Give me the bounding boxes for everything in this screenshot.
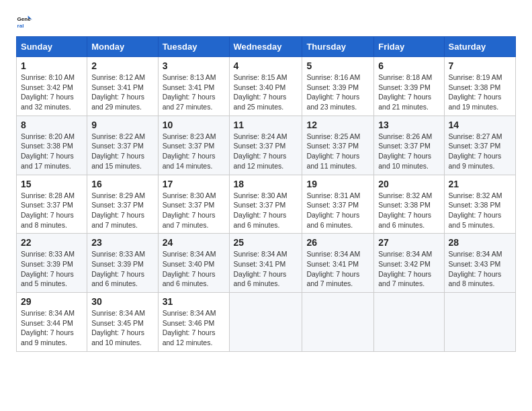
header-row: SundayMondayTuesdayWednesdayThursdayFrid… — [17, 37, 516, 57]
calendar-cell: 24 Sunrise: 8:34 AMSunset: 3:40 PMDaylig… — [158, 234, 229, 293]
day-number: 26 — [306, 237, 369, 248]
day-number: 4 — [234, 60, 298, 71]
calendar-cell: 28 Sunrise: 8:34 AMSunset: 3:43 PMDaylig… — [444, 234, 516, 293]
calendar-cell: 2 Sunrise: 8:12 AMSunset: 3:41 PMDayligh… — [87, 57, 158, 116]
cell-sunrise: Sunrise: 8:27 AMSunset: 3:37 PMDaylight:… — [449, 132, 502, 170]
day-number: 12 — [306, 120, 369, 130]
day-number: 9 — [91, 120, 153, 130]
calendar-cell: 18 Sunrise: 8:30 AMSunset: 3:37 PMDaylig… — [229, 175, 302, 234]
cell-sunrise: Sunrise: 8:34 AMSunset: 3:43 PMDaylight:… — [449, 250, 502, 287]
day-number: 3 — [163, 60, 225, 71]
week-row-2: 8 Sunrise: 8:20 AMSunset: 3:38 PMDayligh… — [17, 116, 516, 175]
calendar-cell: 29 Sunrise: 8:34 AMSunset: 3:44 PMDaylig… — [17, 293, 87, 352]
header-cell-friday: Friday — [374, 37, 444, 57]
cell-sunrise: Sunrise: 8:30 AMSunset: 3:37 PMDaylight:… — [163, 191, 216, 229]
cell-sunrise: Sunrise: 8:34 AMSunset: 3:45 PMDaylight:… — [91, 309, 145, 347]
calendar-cell: 31 Sunrise: 8:34 AMSunset: 3:46 PMDaylig… — [158, 293, 229, 352]
calendar-cell: 1 Sunrise: 8:10 AMSunset: 3:42 PMDayligh… — [17, 57, 87, 116]
calendar-cell: 23 Sunrise: 8:33 AMSunset: 3:39 PMDaylig… — [87, 234, 158, 293]
logo-icon: Gene ral — [16, 13, 32, 30]
calendar-cell: 21 Sunrise: 8:32 AMSunset: 3:38 PMDaylig… — [444, 175, 516, 234]
day-number: 28 — [449, 237, 512, 248]
header-cell-thursday: Thursday — [302, 37, 374, 57]
cell-sunrise: Sunrise: 8:19 AMSunset: 3:38 PMDaylight:… — [449, 73, 502, 111]
calendar-cell: 19 Sunrise: 8:31 AMSunset: 3:37 PMDaylig… — [302, 175, 374, 234]
day-number: 7 — [449, 60, 512, 71]
day-number: 10 — [163, 120, 225, 130]
day-number: 19 — [306, 179, 369, 189]
calendar-cell: 3 Sunrise: 8:13 AMSunset: 3:41 PMDayligh… — [158, 57, 229, 116]
calendar-cell — [374, 293, 444, 352]
week-row-3: 15 Sunrise: 8:28 AMSunset: 3:37 PMDaylig… — [17, 175, 516, 234]
cell-sunrise: Sunrise: 8:18 AMSunset: 3:39 PMDaylight:… — [378, 73, 432, 111]
day-number: 22 — [21, 237, 83, 248]
day-number: 25 — [234, 237, 298, 248]
day-number: 21 — [449, 179, 512, 189]
calendar-cell: 26 Sunrise: 8:34 AMSunset: 3:41 PMDaylig… — [302, 234, 374, 293]
cell-sunrise: Sunrise: 8:24 AMSunset: 3:37 PMDaylight:… — [234, 132, 287, 170]
week-row-5: 29 Sunrise: 8:34 AMSunset: 3:44 PMDaylig… — [17, 293, 516, 352]
calendar-cell: 12 Sunrise: 8:25 AMSunset: 3:37 PMDaylig… — [302, 116, 374, 175]
calendar-cell: 25 Sunrise: 8:34 AMSunset: 3:41 PMDaylig… — [229, 234, 302, 293]
calendar-cell: 27 Sunrise: 8:34 AMSunset: 3:42 PMDaylig… — [374, 234, 444, 293]
calendar-cell: 22 Sunrise: 8:33 AMSunset: 3:39 PMDaylig… — [17, 234, 87, 293]
calendar-cell — [229, 293, 302, 352]
calendar-cell: 11 Sunrise: 8:24 AMSunset: 3:37 PMDaylig… — [229, 116, 302, 175]
cell-sunrise: Sunrise: 8:34 AMSunset: 3:44 PMDaylight:… — [21, 309, 75, 347]
cell-sunrise: Sunrise: 8:33 AMSunset: 3:39 PMDaylight:… — [21, 250, 75, 287]
day-number: 13 — [378, 120, 439, 130]
day-number: 20 — [378, 179, 439, 189]
calendar-body: 1 Sunrise: 8:10 AMSunset: 3:42 PMDayligh… — [17, 57, 516, 352]
day-number: 29 — [21, 296, 83, 307]
week-row-4: 22 Sunrise: 8:33 AMSunset: 3:39 PMDaylig… — [17, 234, 516, 293]
calendar-cell: 14 Sunrise: 8:27 AMSunset: 3:37 PMDaylig… — [444, 116, 516, 175]
day-number: 24 — [163, 237, 225, 248]
day-number: 17 — [163, 179, 225, 189]
cell-sunrise: Sunrise: 8:34 AMSunset: 3:40 PMDaylight:… — [163, 250, 216, 287]
day-number: 8 — [21, 120, 83, 130]
calendar-cell: 7 Sunrise: 8:19 AMSunset: 3:38 PMDayligh… — [444, 57, 516, 116]
calendar-table: SundayMondayTuesdayWednesdayThursdayFrid… — [16, 36, 516, 352]
cell-sunrise: Sunrise: 8:34 AMSunset: 3:42 PMDaylight:… — [378, 250, 432, 287]
week-row-1: 1 Sunrise: 8:10 AMSunset: 3:42 PMDayligh… — [17, 57, 516, 116]
cell-sunrise: Sunrise: 8:26 AMSunset: 3:37 PMDaylight:… — [378, 132, 432, 170]
cell-sunrise: Sunrise: 8:23 AMSunset: 3:37 PMDaylight:… — [163, 132, 216, 170]
day-number: 31 — [163, 296, 225, 307]
cell-sunrise: Sunrise: 8:16 AMSunset: 3:39 PMDaylight:… — [306, 73, 360, 111]
day-number: 30 — [91, 296, 153, 307]
cell-sunrise: Sunrise: 8:25 AMSunset: 3:37 PMDaylight:… — [306, 132, 360, 170]
cell-sunrise: Sunrise: 8:34 AMSunset: 3:46 PMDaylight:… — [163, 309, 216, 347]
calendar-cell — [444, 293, 516, 352]
cell-sunrise: Sunrise: 8:13 AMSunset: 3:41 PMDaylight:… — [163, 73, 216, 111]
day-number: 15 — [21, 179, 83, 189]
day-number: 16 — [91, 179, 153, 189]
calendar-cell: 4 Sunrise: 8:15 AMSunset: 3:40 PMDayligh… — [229, 57, 302, 116]
calendar-cell: 17 Sunrise: 8:30 AMSunset: 3:37 PMDaylig… — [158, 175, 229, 234]
calendar-cell — [302, 293, 374, 352]
cell-sunrise: Sunrise: 8:34 AMSunset: 3:41 PMDaylight:… — [234, 250, 287, 287]
day-number: 11 — [234, 120, 298, 130]
calendar-cell: 10 Sunrise: 8:23 AMSunset: 3:37 PMDaylig… — [158, 116, 229, 175]
cell-sunrise: Sunrise: 8:33 AMSunset: 3:39 PMDaylight:… — [91, 250, 145, 287]
header-cell-sunday: Sunday — [17, 37, 87, 57]
calendar-cell: 15 Sunrise: 8:28 AMSunset: 3:37 PMDaylig… — [17, 175, 87, 234]
calendar-cell: 13 Sunrise: 8:26 AMSunset: 3:37 PMDaylig… — [374, 116, 444, 175]
cell-sunrise: Sunrise: 8:29 AMSunset: 3:37 PMDaylight:… — [91, 191, 145, 229]
header-cell-saturday: Saturday — [444, 37, 516, 57]
logo: Gene ral — [16, 13, 35, 30]
cell-sunrise: Sunrise: 8:22 AMSunset: 3:37 PMDaylight:… — [91, 132, 145, 170]
cell-sunrise: Sunrise: 8:31 AMSunset: 3:37 PMDaylight:… — [306, 191, 360, 229]
cell-sunrise: Sunrise: 8:34 AMSunset: 3:41 PMDaylight:… — [306, 250, 360, 287]
day-number: 6 — [378, 60, 439, 71]
day-number: 23 — [91, 237, 153, 248]
cell-sunrise: Sunrise: 8:12 AMSunset: 3:41 PMDaylight:… — [91, 73, 145, 111]
header-cell-tuesday: Tuesday — [158, 37, 229, 57]
svg-text:ral: ral — [17, 23, 24, 29]
header-cell-wednesday: Wednesday — [229, 37, 302, 57]
calendar-cell: 20 Sunrise: 8:32 AMSunset: 3:38 PMDaylig… — [374, 175, 444, 234]
calendar-cell: 6 Sunrise: 8:18 AMSunset: 3:39 PMDayligh… — [374, 57, 444, 116]
cell-sunrise: Sunrise: 8:28 AMSunset: 3:37 PMDaylight:… — [21, 191, 75, 229]
cell-sunrise: Sunrise: 8:30 AMSunset: 3:37 PMDaylight:… — [234, 191, 287, 229]
cell-sunrise: Sunrise: 8:15 AMSunset: 3:40 PMDaylight:… — [234, 73, 287, 111]
day-number: 1 — [21, 60, 83, 71]
